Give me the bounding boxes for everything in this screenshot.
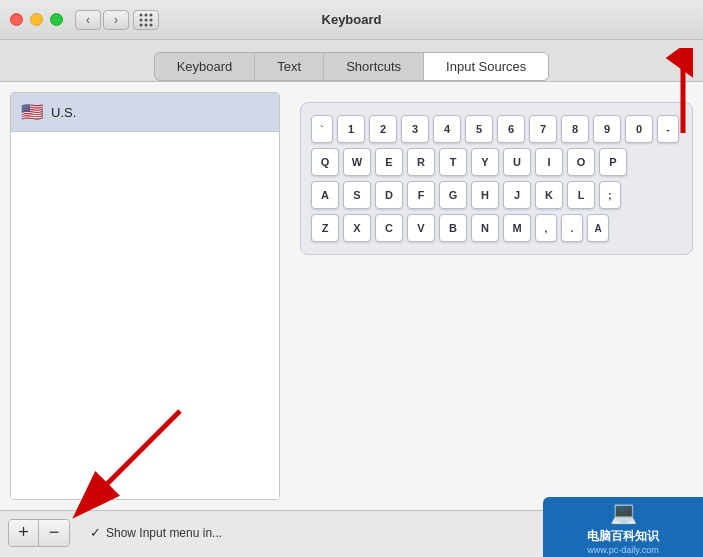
key-d[interactable]: D	[375, 181, 403, 209]
watermark-name: 电脑百科知识	[587, 528, 659, 545]
keyboard-row-3: A S D F G H J K L ;	[311, 181, 682, 209]
checkmark-icon: ✓	[90, 525, 101, 540]
watermark: 💻 电脑百科知识 www.pc-daily.com	[543, 497, 703, 557]
key-l[interactable]: L	[567, 181, 595, 209]
key-o[interactable]: O	[567, 148, 595, 176]
back-button[interactable]: ‹	[75, 10, 101, 30]
key-semicolon[interactable]: ;	[599, 181, 621, 209]
watermark-site: www.pc-daily.com	[587, 545, 658, 555]
key-backtick[interactable]: `	[311, 115, 333, 143]
add-remove-buttons: + −	[8, 519, 70, 547]
svg-point-3	[140, 18, 143, 21]
svg-point-6	[140, 23, 143, 26]
right-panel: ` 1 2 3 4 5 6 7 8 9 0 - Q W E R T Y U	[290, 92, 693, 500]
tab-input-sources[interactable]: Input Sources	[424, 53, 548, 80]
tab-keyboard[interactable]: Keyboard	[155, 53, 256, 80]
tabs-container: Keyboard Text Shortcuts Input Sources	[154, 52, 550, 81]
key-b[interactable]: B	[439, 214, 467, 242]
key-s[interactable]: S	[343, 181, 371, 209]
window-title: Keyboard	[322, 12, 382, 27]
key-8[interactable]: 8	[561, 115, 589, 143]
key-i[interactable]: I	[535, 148, 563, 176]
input-source-item[interactable]: 🇺🇸 U.S.	[11, 93, 279, 132]
keyboard-row-2: Q W E R T Y U I O P	[311, 148, 682, 176]
tab-bar: Keyboard Text Shortcuts Input Sources	[0, 40, 703, 82]
key-1[interactable]: 1	[337, 115, 365, 143]
red-arrow-down-left	[60, 391, 190, 521]
show-menu-text: Show Input menu in...	[106, 526, 222, 540]
key-7[interactable]: 7	[529, 115, 557, 143]
key-9[interactable]: 9	[593, 115, 621, 143]
svg-point-1	[145, 13, 148, 16]
key-h[interactable]: H	[471, 181, 499, 209]
key-f[interactable]: F	[407, 181, 435, 209]
key-comma[interactable]: ,	[535, 214, 557, 242]
svg-point-8	[150, 23, 153, 26]
key-k[interactable]: K	[535, 181, 563, 209]
key-e[interactable]: E	[375, 148, 403, 176]
key-g[interactable]: G	[439, 181, 467, 209]
svg-point-4	[145, 18, 148, 21]
key-5[interactable]: 5	[465, 115, 493, 143]
key-m[interactable]: M	[503, 214, 531, 242]
title-bar: ‹ › Keyboard	[0, 0, 703, 40]
tab-text[interactable]: Text	[255, 53, 324, 80]
key-q[interactable]: Q	[311, 148, 339, 176]
svg-point-7	[145, 23, 148, 26]
remove-input-source-button[interactable]: −	[39, 520, 69, 546]
key-j[interactable]: J	[503, 181, 531, 209]
key-u[interactable]: U	[503, 148, 531, 176]
tab-shortcuts[interactable]: Shortcuts	[324, 53, 424, 80]
minimize-button[interactable]	[30, 13, 43, 26]
key-2[interactable]: 2	[369, 115, 397, 143]
key-4[interactable]: 4	[433, 115, 461, 143]
maximize-button[interactable]	[50, 13, 63, 26]
key-a[interactable]: A	[311, 181, 339, 209]
key-v[interactable]: V	[407, 214, 435, 242]
svg-point-5	[150, 18, 153, 21]
key-6[interactable]: 6	[497, 115, 525, 143]
show-input-menu-label: ✓ Show Input menu in...	[90, 525, 222, 540]
flag-icon: 🇺🇸	[21, 101, 43, 123]
key-r[interactable]: R	[407, 148, 435, 176]
traffic-lights	[10, 13, 63, 26]
key-3[interactable]: 3	[401, 115, 429, 143]
svg-point-2	[150, 13, 153, 16]
watermark-icon: 💻	[610, 500, 637, 526]
close-button[interactable]	[10, 13, 23, 26]
key-c[interactable]: C	[375, 214, 403, 242]
svg-line-12	[90, 411, 180, 501]
key-x[interactable]: X	[343, 214, 371, 242]
forward-button[interactable]: ›	[103, 10, 129, 30]
source-name: U.S.	[51, 105, 76, 120]
nav-buttons: ‹ ›	[75, 10, 129, 30]
key-n[interactable]: N	[471, 214, 499, 242]
key-z[interactable]: Z	[311, 214, 339, 242]
key-y[interactable]: Y	[471, 148, 499, 176]
key-w[interactable]: W	[343, 148, 371, 176]
svg-point-0	[140, 13, 143, 16]
key-t[interactable]: T	[439, 148, 467, 176]
grid-icon	[139, 13, 153, 27]
key-slash[interactable]: A	[587, 214, 609, 242]
keyboard-row-4: Z X C V B N M , . A	[311, 214, 682, 242]
grid-button[interactable]	[133, 10, 159, 30]
key-period[interactable]: .	[561, 214, 583, 242]
add-input-source-button[interactable]: +	[9, 520, 39, 546]
red-arrow-up	[623, 48, 693, 143]
key-p[interactable]: P	[599, 148, 627, 176]
